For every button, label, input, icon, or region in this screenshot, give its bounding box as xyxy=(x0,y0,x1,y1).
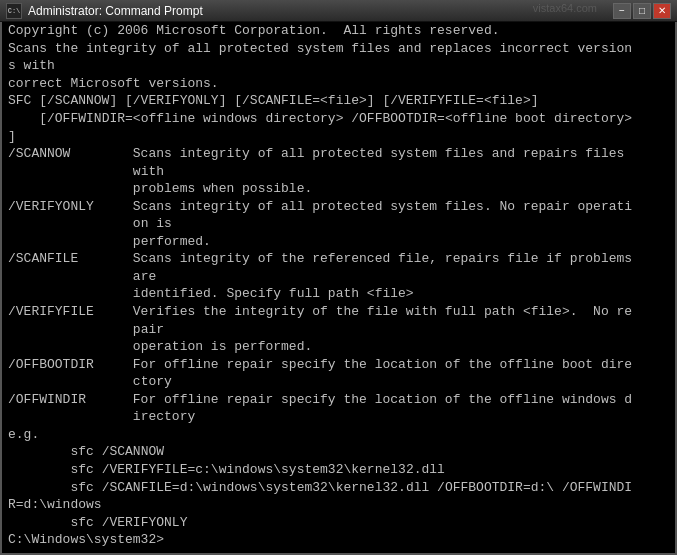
console-line: correct Microsoft versions. xyxy=(8,75,669,93)
title-bar-title: Administrator: Command Prompt xyxy=(28,4,613,18)
minimize-button[interactable]: − xyxy=(613,3,631,19)
console-line: sfc /VERIFYONLY xyxy=(8,514,669,532)
console-line: sfc /SCANFILE=d:\windows\system32\kernel… xyxy=(8,479,669,497)
console-line: sfc /SCANNOW xyxy=(8,443,669,461)
console-line: /OFFWINDIR For offline repair specify th… xyxy=(8,391,669,409)
title-bar-icon: C:\ xyxy=(6,3,22,19)
console-line: operation is performed. xyxy=(8,338,669,356)
console-output[interactable]: Microsoft Windows [Version 6.0.6001]Copy… xyxy=(2,22,675,553)
console-line: identified. Specify full path <file> xyxy=(8,285,669,303)
console-line: performed. xyxy=(8,233,669,251)
close-button[interactable]: ✕ xyxy=(653,3,671,19)
console-line: Scans the integrity of all protected sys… xyxy=(8,40,669,58)
console-line: /VERIFYONLY Scans integrity of all prote… xyxy=(8,198,669,216)
console-line: pair xyxy=(8,321,669,339)
console-line: are xyxy=(8,268,669,286)
title-bar-buttons: − □ ✕ xyxy=(613,3,671,19)
console-line: Copyright (c) 2006 Microsoft Corporation… xyxy=(8,22,669,40)
console-line: /SCANNOW Scans integrity of all protecte… xyxy=(8,145,669,163)
console-line: on is xyxy=(8,215,669,233)
console-line: sfc /VERIFYFILE=c:\windows\system32\kern… xyxy=(8,461,669,479)
console-line: C:\Windows\system32> xyxy=(8,531,669,549)
console-line: irectory xyxy=(8,408,669,426)
maximize-button[interactable]: □ xyxy=(633,3,651,19)
console-line: R=d:\windows xyxy=(8,496,669,514)
console-line: problems when possible. xyxy=(8,180,669,198)
title-bar: C:\ Administrator: Command Prompt − □ ✕ xyxy=(0,0,677,22)
console-line: ctory xyxy=(8,373,669,391)
console-line: with xyxy=(8,163,669,181)
console-line: /OFFBOOTDIR For offline repair specify t… xyxy=(8,356,669,374)
console-line: s with xyxy=(8,57,669,75)
console-line: ] xyxy=(8,128,669,146)
window-frame: Microsoft Windows [Version 6.0.6001]Copy… xyxy=(0,22,677,555)
console-line: SFC [/SCANNOW] [/VERIFYONLY] [/SCANFILE=… xyxy=(8,92,669,110)
console-line: /SCANFILE Scans integrity of the referen… xyxy=(8,250,669,268)
console-line: [/OFFWINDIR=<offline windows directory> … xyxy=(8,110,669,128)
console-line: e.g. xyxy=(8,426,669,444)
console-line: /VERIFYFILE Verifies the integrity of th… xyxy=(8,303,669,321)
